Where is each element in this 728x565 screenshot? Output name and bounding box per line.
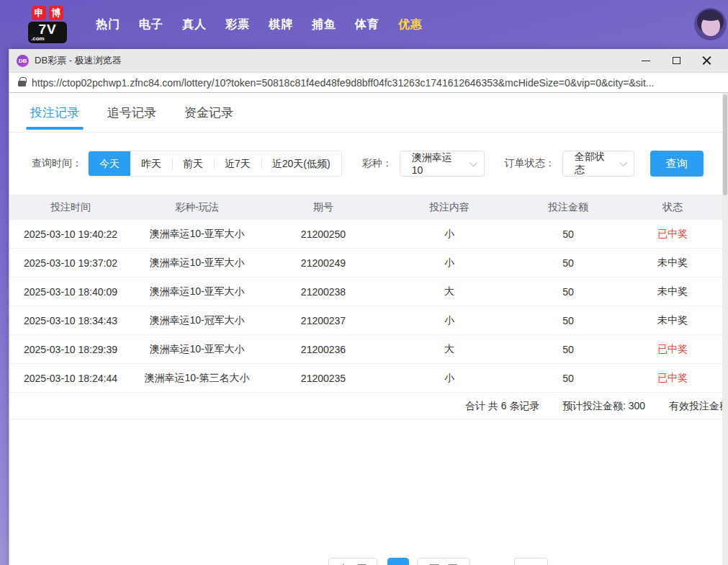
summary-record-count: 合计 共 6 条记录 [465, 400, 539, 413]
table-row: 2025-03-10 19:37:02 澳洲幸运10-亚军大小 21200249… [9, 249, 723, 277]
menu-item-hot[interactable]: 热门 [86, 17, 130, 32]
cell-bet-time: 2025-03-10 18:40:09 [9, 286, 132, 298]
time-filter-group: 今天 昨天 前天 近7天 近20天(低频) [88, 151, 342, 177]
cell-status: 未中奖 [622, 314, 723, 327]
tab-fund-records[interactable]: 资金记录 [183, 93, 235, 132]
cell-period: 21200238 [262, 286, 385, 298]
menu-item-cards[interactable]: 棋牌 [259, 17, 302, 32]
next-page-button[interactable]: 下一页 [417, 558, 470, 565]
cell-bet-amount: 50 [514, 286, 622, 298]
logo-badges: 申 博 [32, 6, 63, 20]
cell-bet-time: 2025-03-10 18:34:43 [9, 315, 132, 326]
header-bet-content: 投注内容 [385, 201, 514, 214]
site-logo[interactable]: 申 博 7V .com [27, 6, 68, 43]
cell-bet-time: 2025-03-10 18:24:44 [9, 373, 132, 384]
close-button[interactable] [696, 52, 716, 69]
vertical-scrollbar[interactable] [722, 93, 728, 565]
header-status: 状态 [622, 201, 723, 214]
cell-bet-content: 小 [385, 314, 514, 327]
query-button[interactable]: 查询 [650, 151, 704, 177]
cell-bet-amount: 50 [514, 257, 622, 269]
order-status-select[interactable]: 全部状态 [562, 151, 634, 177]
cell-game-play: 澳洲幸运10-亚军大小 [132, 285, 262, 298]
time-filter-label: 查询时间： [32, 157, 82, 170]
window-title: DB彩票 - 极速浏览器 [35, 54, 122, 67]
tab-chase-records[interactable]: 追号记录 [106, 93, 158, 132]
cell-bet-content: 小 [385, 372, 514, 385]
bet-records-table: 投注时间 彩种-玩法 期号 投注内容 投注金额 状态 2025-03-10 19… [9, 195, 723, 419]
cell-period: 21200236 [262, 344, 385, 355]
chevron-down-icon [469, 159, 477, 166]
chevron-down-icon [619, 159, 627, 166]
user-avatar[interactable] [694, 8, 727, 40]
cell-game-play: 澳洲幸运10-冠军大小 [132, 314, 262, 327]
cell-status: 已中奖 [622, 343, 723, 356]
cell-period: 21200235 [262, 373, 385, 384]
minimize-icon [642, 61, 650, 61]
page-content: 投注记录 追号记录 资金记录 查询时间： 今天 昨天 前天 近7天 近20天(低… [9, 93, 728, 565]
current-page-button[interactable]: 1 [387, 558, 409, 565]
table-row: 2025-03-10 18:40:09 澳洲幸运10-亚军大小 21200238… [9, 277, 723, 306]
cell-bet-content: 小 [385, 228, 514, 241]
lottery-select-value: 澳洲幸运10 [412, 151, 460, 176]
cell-bet-time: 2025-03-10 18:29:39 [9, 344, 132, 355]
logo-main: 7V .com [28, 22, 67, 43]
prev-page-button[interactable]: 上一页 [328, 558, 377, 565]
table-row: 2025-03-10 18:29:39 澳洲幸运10-亚军大小 21200236… [9, 335, 723, 364]
logo-suffix: .com [28, 36, 67, 42]
record-tabs: 投注记录 追号记录 资金记录 [9, 93, 728, 133]
cell-game-play: 澳洲幸运10-亚军大小 [132, 228, 262, 241]
time-option-daybefore[interactable]: 前天 [172, 151, 214, 176]
time-option-today[interactable]: 今天 [89, 151, 130, 176]
minimize-button[interactable] [636, 52, 656, 69]
avatar-bang [701, 14, 721, 21]
cell-game-play: 澳洲幸运10-第三名大小 [132, 372, 262, 385]
table-row: 2025-03-10 18:34:43 澳洲幸运10-冠军大小 21200237… [9, 306, 723, 335]
tab-bet-records[interactable]: 投注记录 [29, 93, 81, 132]
window-controls [636, 52, 721, 69]
cell-bet-content: 大 [385, 285, 514, 298]
summary-valid-amount: 有效投注金额 [669, 400, 728, 413]
cell-status: 已中奖 [622, 228, 723, 241]
page-jump-box[interactable] [514, 558, 548, 565]
cell-bet-amount: 50 [514, 344, 622, 355]
order-status-value: 全部状态 [575, 151, 610, 177]
time-option-7days[interactable]: 近7天 [214, 151, 261, 176]
menu-item-promo[interactable]: 优惠 [389, 17, 432, 32]
logo-badge-shen: 申 [32, 6, 46, 20]
menu-item-slots[interactable]: 电子 [130, 17, 173, 32]
time-option-20days[interactable]: 近20天(低频) [261, 151, 341, 176]
header-period: 期号 [262, 201, 385, 214]
menu-item-sports[interactable]: 体育 [346, 17, 389, 32]
logo-badge-bo: 博 [49, 6, 63, 20]
browser-window: DB DB彩票 - 极速浏览器 https://ctop02pchwp1.zfn… [9, 49, 728, 565]
cell-status: 已中奖 [622, 372, 723, 385]
main-menu: 热门 电子 真人 彩票 棋牌 捕鱼 体育 优惠 [86, 17, 432, 32]
scrollbar-thumb[interactable] [723, 94, 727, 195]
menu-item-fishing[interactable]: 捕鱼 [302, 17, 346, 32]
table-summary: 合计 共 6 条记录 预计投注金额: 300 有效投注金额 [9, 393, 723, 419]
menu-item-lottery[interactable]: 彩票 [216, 17, 259, 32]
cell-bet-amount: 50 [514, 373, 622, 384]
menu-item-live[interactable]: 真人 [173, 17, 216, 32]
cell-bet-time: 2025-03-10 19:40:22 [9, 228, 132, 240]
cell-period: 21200249 [262, 257, 385, 269]
site-nav: 申 博 7V .com 热门 电子 真人 彩票 棋牌 捕鱼 体育 优惠 [0, 0, 728, 49]
cell-bet-content: 大 [385, 343, 514, 356]
summary-expected-amount: 预计投注金额: 300 [562, 400, 645, 413]
pagination: 上一页 1 下一页 [9, 558, 728, 565]
time-option-yesterday[interactable]: 昨天 [130, 151, 172, 176]
close-icon [702, 56, 711, 66]
table-row: 2025-03-10 18:24:44 澳洲幸运10-第三名大小 2120023… [9, 364, 723, 393]
logo-text: 7V [38, 22, 56, 37]
filter-bar: 查询时间： 今天 昨天 前天 近7天 近20天(低频) 彩种： 澳洲幸运10 订… [9, 151, 728, 177]
maximize-button[interactable] [666, 52, 686, 69]
address-bar[interactable]: https://ctop02pchwp1.zfnc84.com/lottery/… [9, 73, 728, 93]
cell-game-play: 澳洲幸运10-亚军大小 [132, 343, 262, 356]
header-bet-amount: 投注金额 [514, 201, 622, 214]
cell-period: 21200250 [262, 228, 385, 240]
table-header: 投注时间 彩种-玩法 期号 投注内容 投注金额 状态 [9, 195, 723, 220]
cell-bet-amount: 50 [514, 315, 622, 326]
header-game-play: 彩种-玩法 [132, 201, 262, 214]
lottery-select[interactable]: 澳洲幸运10 [400, 151, 485, 177]
